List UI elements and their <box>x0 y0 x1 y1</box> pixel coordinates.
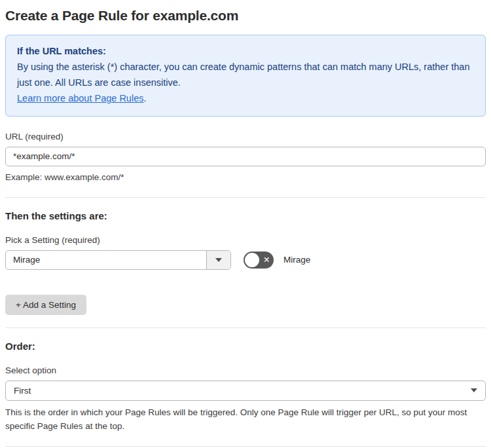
toggle-knob <box>245 253 259 267</box>
link-period: . <box>143 93 146 103</box>
learn-more-link[interactable]: Learn more about Page Rules <box>17 93 143 103</box>
toggle-label: Mirage <box>283 255 310 265</box>
order-select[interactable]: First <box>5 381 486 401</box>
setting-dropdown-value: Mirage <box>6 251 206 269</box>
add-setting-button[interactable]: + Add a Setting <box>5 295 86 315</box>
pick-setting-label: Pick a Setting (required) <box>5 235 486 245</box>
select-option-label: Select option <box>5 365 486 375</box>
divider <box>5 446 486 447</box>
settings-section-heading: Then the settings are: <box>5 210 486 221</box>
x-icon: ✕ <box>263 256 270 265</box>
mirage-toggle[interactable]: ✕ <box>244 252 274 269</box>
setting-row: Mirage ✕ Mirage <box>5 250 486 270</box>
chevron-down-icon <box>215 258 222 262</box>
info-box-body: By using the asterisk (*) character, you… <box>17 60 474 90</box>
url-match-info-box: If the URL matches: By using the asteris… <box>5 35 486 117</box>
divider <box>5 197 486 198</box>
url-example-helper: Example: www.example.com/* <box>5 171 486 185</box>
setting-dropdown[interactable]: Mirage <box>5 250 231 270</box>
page-title: Create a Page Rule for example.com <box>5 8 486 24</box>
setting-dropdown-arrow-button[interactable] <box>206 251 230 269</box>
url-field-label: URL (required) <box>5 132 486 141</box>
info-box-heading: If the URL matches: <box>17 44 474 59</box>
url-input[interactable] <box>5 147 486 166</box>
order-section-heading: Order: <box>5 341 486 352</box>
divider <box>5 327 486 328</box>
order-helper-text: This is the order in which your Page Rul… <box>5 406 486 434</box>
order-select-value: First <box>14 386 31 396</box>
chevron-down-icon <box>471 388 477 392</box>
